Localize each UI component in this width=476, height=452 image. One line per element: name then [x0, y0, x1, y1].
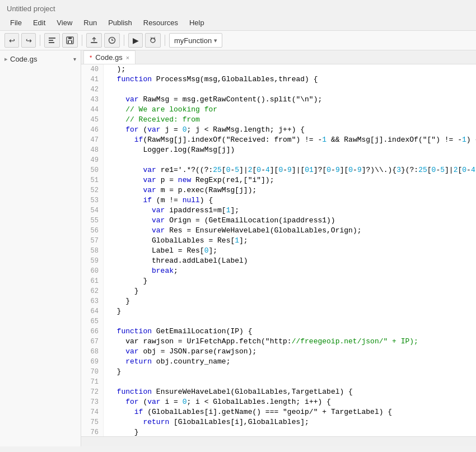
svg-rect-2: [49, 42, 54, 43]
code-line: 58 Label = Res[0];: [81, 246, 476, 256]
code-line: 67 var rawjson = UrlFetchApp.fetch("http…: [81, 337, 476, 347]
sidebar-file-code-gs[interactable]: ▸ Code.gs ▾: [0, 53, 81, 66]
code-line: 43 var RawMsg = msg.getRawContent().spli…: [81, 95, 476, 105]
line-code: // Received: from: [104, 115, 200, 125]
toolbar-sep-3: [124, 35, 124, 46]
line-code: }: [104, 427, 139, 436]
line-number: 42: [81, 85, 104, 95]
redo-button[interactable]: ↪: [21, 33, 36, 48]
history-button[interactable]: [104, 33, 120, 48]
line-number: 54: [81, 206, 104, 216]
code-line: 71: [81, 377, 476, 387]
line-number: 61: [81, 276, 104, 286]
code-line: 55 var Orign = (GetEmailLocation(ipaddre…: [81, 216, 476, 226]
code-line: 42: [81, 85, 476, 95]
svg-rect-1: [49, 40, 53, 41]
toolbar-sep-4: [165, 35, 165, 46]
run-button[interactable]: ▶: [128, 33, 143, 48]
function-selector[interactable]: myFunction ▾: [169, 33, 222, 48]
line-number: 47: [81, 135, 104, 145]
line-number: 67: [81, 337, 104, 347]
line-code: function ProcessMsg(msg,GlobalLables,thr…: [104, 74, 318, 85]
menu-bar: File Edit View Run Publish Resources Hel…: [0, 15, 476, 31]
line-code: var re1='.*?((?:25[0-5]|2[0-4][0-9]|[01]…: [104, 165, 476, 175]
line-number: 46: [81, 125, 104, 135]
line-code: thread.addLabel(Label): [104, 256, 248, 266]
line-number: 52: [81, 185, 104, 195]
line-code: break;: [104, 266, 178, 276]
line-code: [104, 155, 113, 165]
code-editor[interactable]: 40 );41 function ProcessMsg(msg,GlobalLa…: [81, 64, 476, 436]
line-number: 43: [81, 95, 104, 105]
code-line: 66 function GetEmailLocation(IP) {: [81, 327, 476, 337]
toolbar-sep-2: [82, 35, 82, 46]
line-number: 75: [81, 417, 104, 427]
code-line: 52 var m = p.exec(RawMsg[j]);: [81, 185, 476, 195]
svg-point-11: [153, 38, 155, 40]
code-line: 68 var obj = JSON.parse(rawjson);: [81, 347, 476, 357]
code-line: 45 // Received: from: [81, 115, 476, 125]
menu-edit[interactable]: Edit: [27, 16, 51, 29]
line-code: var p = new RegExp(re1,["i"]);: [104, 175, 274, 185]
line-code: Label = Res[0];: [104, 246, 217, 256]
line-code: }: [104, 286, 139, 296]
line-number: 45: [81, 115, 104, 125]
code-line: 63 }: [81, 296, 476, 306]
upload-button[interactable]: [86, 33, 102, 48]
line-code: for (var j = 0; j < RawMsg.length; j++) …: [104, 125, 305, 135]
line-code: return [GlobalLables[i],GlobalLables];: [104, 417, 309, 427]
code-line: 40 );: [81, 64, 476, 74]
line-number: 55: [81, 216, 104, 226]
menu-view[interactable]: View: [51, 16, 78, 29]
line-number: 50: [81, 165, 104, 175]
line-number: 62: [81, 286, 104, 296]
function-dropdown-icon: ▾: [214, 37, 217, 44]
line-code: [104, 85, 113, 95]
toolbar-sep-1: [40, 35, 40, 46]
tab-close-button[interactable]: ×: [126, 54, 129, 61]
line-code: if (GlobalLables[i].getName() === "geoip…: [104, 407, 392, 417]
main-layout: ▸ Code.gs ▾ * Code.gs × 40 );41 function…: [0, 50, 476, 446]
code-line: 46 for (var j = 0; j < RawMsg.length; j+…: [81, 125, 476, 135]
line-number: 40: [81, 64, 104, 74]
code-line: 72 function EnsureWeHaveLabel(GlobalLabl…: [81, 387, 476, 397]
line-code: [104, 316, 113, 327]
menu-run[interactable]: Run: [78, 16, 102, 29]
line-code: var obj = JSON.parse(rawjson);: [104, 347, 256, 357]
menu-help[interactable]: Help: [184, 16, 210, 29]
svg-rect-6: [69, 41, 71, 43]
tab-code-gs[interactable]: * Code.gs ×: [83, 50, 136, 64]
svg-point-10: [151, 38, 152, 40]
tab-filename: Code.gs: [95, 53, 122, 62]
title-bar: Untitled project: [0, 0, 476, 15]
line-number: 66: [81, 327, 104, 337]
menu-publish[interactable]: Publish: [102, 16, 138, 29]
svg-rect-0: [49, 38, 55, 39]
menu-resources[interactable]: Resources: [138, 16, 184, 29]
line-number: 51: [81, 175, 104, 185]
line-code: if(RawMsg[j].indexOf("Received: from") !…: [104, 135, 476, 145]
menu-file[interactable]: File: [4, 16, 27, 29]
format-button[interactable]: [44, 33, 60, 48]
line-code: for (var i = 0; i < GlobalLables.length;…: [104, 397, 331, 407]
code-line: 53 if (m != null) {: [81, 195, 476, 206]
save-button[interactable]: [62, 33, 78, 48]
code-line: 69 return obj.country_name;: [81, 357, 476, 367]
line-number: 68: [81, 347, 104, 357]
line-number: 69: [81, 357, 104, 367]
line-code: return obj.country_name;: [104, 357, 230, 367]
line-number: 72: [81, 387, 104, 397]
code-line: 73 for (var i = 0; i < GlobalLables.leng…: [81, 397, 476, 407]
line-code: var m = p.exec(RawMsg[j]);: [104, 185, 256, 195]
code-line: 61 }: [81, 276, 476, 286]
line-number: 76: [81, 427, 104, 436]
debug-button[interactable]: [145, 33, 161, 48]
undo-button[interactable]: ↩: [4, 33, 19, 48]
tab-bar: * Code.gs ×: [81, 50, 476, 64]
code-line: 50 var re1='.*?((?:25[0-5]|2[0-4][0-9]|[…: [81, 165, 476, 175]
function-name: myFunction: [174, 36, 212, 45]
line-number: 48: [81, 145, 104, 155]
line-number: 53: [81, 195, 104, 206]
line-number: 41: [81, 74, 104, 85]
sidebar: ▸ Code.gs ▾: [0, 50, 81, 446]
